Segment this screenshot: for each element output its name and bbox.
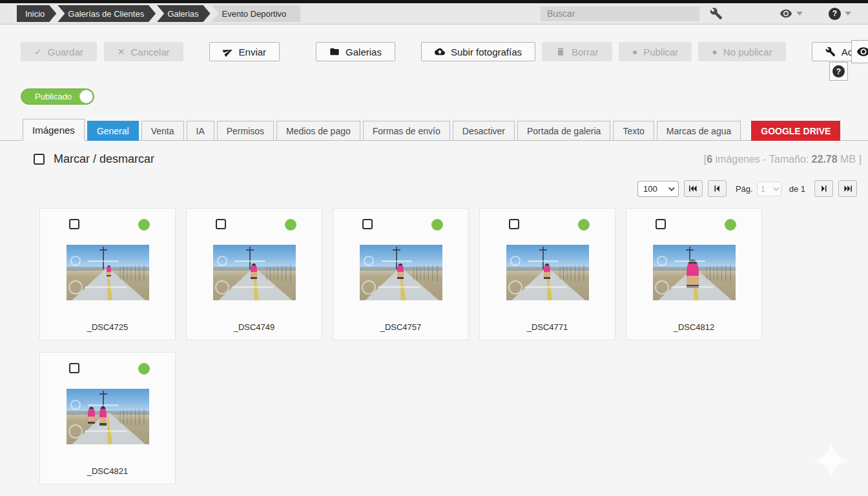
subir-fotograf-as-button[interactable]: Subir fotografías <box>421 42 535 61</box>
tab-permisos[interactable]: Permisos <box>217 121 274 141</box>
galerias-button[interactable]: Galerias <box>316 42 395 61</box>
thumb-fence <box>120 265 149 282</box>
preview-gallery-button[interactable] <box>851 40 868 63</box>
photo-checkbox[interactable] <box>362 219 373 229</box>
published-status-dot[interactable] <box>578 219 590 231</box>
select-all-label: Marcar / desmarcar <box>54 152 154 166</box>
guardar-label: Guardar <box>48 46 83 57</box>
photo-thumbnail[interactable] <box>653 245 736 300</box>
photo-checkbox[interactable] <box>656 219 666 229</box>
photo-checkbox[interactable] <box>509 219 519 229</box>
tab-formas-de-env-o[interactable]: Formas de envío <box>363 121 450 141</box>
tab-im-genes[interactable]: Imágenes <box>23 119 85 141</box>
tab-medios-de-pago[interactable]: Medios de pago <box>276 121 360 141</box>
subir-fotograf-as-label: Subir fotografías <box>451 46 522 57</box>
thumb-runner-2 <box>88 407 95 424</box>
published-status-dot[interactable] <box>138 219 150 231</box>
tab-desactiver[interactable]: Desactiver <box>453 121 515 141</box>
next-page-button[interactable] <box>814 180 833 197</box>
tab-google-drive[interactable]: GOOGLE DRIVE <box>751 121 840 141</box>
tab-marcas-de-agua[interactable]: Marcas de agua <box>657 121 741 141</box>
tab-ia[interactable]: IA <box>187 121 214 141</box>
tab-texto[interactable]: Texto <box>613 121 654 141</box>
photo-thumbnail[interactable] <box>67 389 149 444</box>
photo-thumbnail[interactable] <box>360 245 442 300</box>
published-status-dot[interactable] <box>431 219 443 231</box>
photo-checkbox[interactable] <box>69 363 79 373</box>
published-status-dot[interactable] <box>138 363 150 375</box>
photo-thumbnail[interactable] <box>67 245 149 300</box>
thumb-pole <box>542 247 544 269</box>
tab-portada-de-galeria[interactable]: Portada de galeria <box>517 121 610 141</box>
photo-filename: _DSC4757 <box>333 322 468 332</box>
chevron-down-icon <box>845 12 851 16</box>
toggle-knob <box>79 90 93 103</box>
folder-icon <box>329 46 340 57</box>
borrar-label: Borrar <box>572 46 599 57</box>
watermark-circle <box>70 400 81 410</box>
watermark-circle <box>364 256 374 266</box>
tab-general[interactable]: General <box>87 121 139 141</box>
action-toolbar: ✓ Guardar ✕ Cancelar Enviar Galerias Sub… <box>21 42 868 61</box>
chevron-down-icon <box>668 185 675 191</box>
send-icon <box>223 46 233 57</box>
published-toggle-label: Publicado <box>21 92 72 101</box>
summary-close: MB ] <box>838 154 862 165</box>
breadcrumb-item-galer-as-de-clientes[interactable]: Galerías de Clientes <box>57 5 156 22</box>
photo-checkbox[interactable] <box>69 219 79 229</box>
thumb-runner <box>544 264 550 279</box>
current-page-select[interactable]: 1 <box>757 181 781 196</box>
last-page-icon <box>843 184 853 193</box>
thumb-fence <box>560 265 589 282</box>
photo-card-dsc4725: _DSC4725 <box>39 208 176 340</box>
thumb-runner <box>107 265 111 276</box>
first-page-button[interactable] <box>684 180 703 197</box>
chevron-down-icon <box>773 185 780 191</box>
published-status-dot[interactable] <box>725 219 736 231</box>
tab-bar: ImágenesGeneralVentaIAPermisosMedios de … <box>0 119 868 141</box>
contextual-help-button[interactable]: ? <box>829 62 848 81</box>
image-count: 6 <box>707 154 712 165</box>
summary-middle: imágenes - Tamaño: <box>712 154 812 165</box>
check-icon: ✓ <box>34 46 42 57</box>
next-page-icon <box>819 184 829 193</box>
prev-page-button[interactable] <box>708 180 727 197</box>
breadcrumb: InicioGalerías de ClientesGaleriasEvento… <box>17 5 302 22</box>
settings-wrench-button[interactable] <box>710 7 723 20</box>
photo-card-dsc4749: _DSC4749 <box>186 208 322 340</box>
visibility-menu-button[interactable] <box>780 7 803 20</box>
thumb-runner <box>687 260 699 288</box>
select-all-checkbox[interactable] <box>34 154 45 165</box>
watermark-mark <box>85 286 128 288</box>
total-size: 22.78 <box>812 154 838 165</box>
published-status-dot[interactable] <box>285 219 296 231</box>
tab-venta[interactable]: Venta <box>141 121 184 141</box>
photo-checkbox[interactable] <box>216 219 226 229</box>
watermark-circle <box>510 256 521 266</box>
breadcrumb-item-galerias[interactable]: Galerias <box>157 5 210 22</box>
thumb-fence <box>707 265 736 282</box>
photo-thumbnail[interactable] <box>213 245 296 300</box>
cloud-upload-icon <box>435 46 445 57</box>
watermark-circle <box>657 256 667 266</box>
watermark-mark <box>671 286 714 288</box>
photo-thumbnail[interactable] <box>506 245 589 300</box>
gallery-summary: [6 imágenes - Tamaño: 22.78 MB ] <box>704 154 862 165</box>
page-size-select[interactable]: 100 <box>637 181 679 197</box>
watermark-circle <box>217 256 227 266</box>
breadcrumb-item-inicio[interactable]: Inicio <box>17 5 56 22</box>
chevron-down-icon <box>796 12 803 16</box>
published-toggle[interactable]: Publicado <box>21 88 94 105</box>
help-icon: ? <box>832 65 845 78</box>
last-page-button[interactable] <box>838 180 857 197</box>
enviar-button[interactable]: Enviar <box>209 42 280 61</box>
borrar-button: Borrar <box>542 42 612 61</box>
photo-card-dsc4821: _DSC4821 <box>39 352 176 484</box>
trash-icon <box>555 46 566 57</box>
cancelar-button: ✕ Cancelar <box>104 42 183 61</box>
thumb-runner <box>99 406 107 426</box>
search-input[interactable] <box>541 6 699 21</box>
photo-filename: _DSC4821 <box>40 466 175 476</box>
breadcrumb-item-evento-deportivo[interactable]: Evento Deportivo <box>212 5 301 22</box>
help-menu-button[interactable]: ? <box>829 8 851 20</box>
